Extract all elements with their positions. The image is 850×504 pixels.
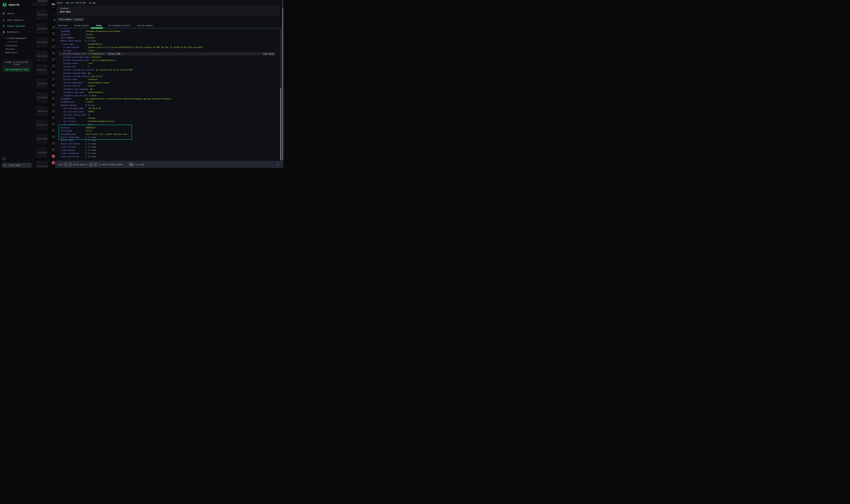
- get-started-button[interactable]: Get Started for Free: [4, 68, 30, 72]
- attribute-row[interactable]: net.sock.peer.addr"172.28.0.10": [59, 107, 280, 110]
- attribute-row[interactable]: Events.Attributes[] 0 items: [59, 142, 280, 145]
- session-events-search-input[interactable]: Sea: [52, 12, 55, 16]
- attribute-row[interactable]: Duration"28656333": [59, 126, 280, 129]
- tab-overview[interactable]: Overview: [58, 24, 67, 27]
- expand-json-button[interactable]: Expand JSON: [107, 53, 122, 55]
- attribute-row[interactable]: service.version"latest": [59, 85, 280, 88]
- attribute-row[interactable]: process.runtime.name"go": [59, 72, 280, 75]
- sidebar-item-chart-explorer[interactable]: Chart Explorer: [0, 18, 34, 22]
- attribute-row[interactable]: SpanKind"Client": [59, 33, 280, 36]
- session-event-row[interactable]: [50, 56, 55, 62]
- attribute-row[interactable]: StatusMessage"Visa cache full: cannot ad…: [59, 132, 280, 136]
- sidebar-item-kubernetes[interactable]: Kubernetes: [5, 51, 17, 54]
- attribute-row[interactable]: rpc.grpc.status_code"2": [59, 113, 280, 116]
- attribute-row[interactable]: SpanName"oteldemo.PaymentService/Charge": [59, 30, 280, 33]
- sidebar-item-dashboards[interactable]: Dashboards ⌃: [0, 30, 34, 34]
- session-event-row[interactable]: [50, 108, 55, 114]
- session-event-row[interactable]: [50, 37, 55, 43]
- attribute-row[interactable]: Events.Timestamp[] 0 items: [59, 136, 280, 139]
- session-event-row[interactable]: [50, 50, 55, 56]
- session-event-row[interactable]: [50, 75, 55, 82]
- attribute-row[interactable]: process.runtime.version"go1.22.12": [59, 75, 280, 78]
- attribute-row[interactable]: net.sock.peer.port"50051": [59, 110, 280, 113]
- attribute-row[interactable]: Links.TraceState[] 0 items: [59, 152, 280, 155]
- session-error-event-row[interactable]: [50, 153, 55, 159]
- attribute-row[interactable]: ScopeVersion"0.60.0": [59, 101, 280, 104]
- session-card[interactable]: Shaniya.Sc: [36, 78, 48, 89]
- attribute-row[interactable]: Events.Name[] 0 items: [59, 139, 280, 142]
- session-card[interactable]: Howard.Run: [36, 106, 48, 116]
- attribute-row[interactable]: ▾ResourceAttributes{} 17 keys: [59, 39, 280, 42]
- page-scrollbar[interactable]: [282, 0, 284, 168]
- session-event-row[interactable]: [50, 101, 55, 108]
- session-card[interactable]: Pearl43@ho: [36, 133, 48, 144]
- attribute-row[interactable]: process.executable.name"checkout": [59, 55, 280, 59]
- session-event-row[interactable]: [50, 127, 55, 133]
- attribute-row[interactable]: rpc.method"Charge": [59, 116, 280, 120]
- attribute-row[interactable]: Links.SpanId[] 0 items: [59, 148, 280, 152]
- session-card[interactable]: Anonymous: [36, 0, 48, 6]
- create-dashboard-button[interactable]: + Create Dashboard: [5, 37, 26, 39]
- sidebar-item-client-sessions[interactable]: Client Sessions: [0, 24, 34, 28]
- session-event-row[interactable]: [50, 88, 55, 95]
- session-card[interactable]: Deion37@gm: [36, 37, 48, 48]
- attribute-row[interactable]: ▾SpanAttributes{} 6 keys: [59, 104, 280, 107]
- session-error-event-row[interactable]: [50, 159, 55, 166]
- help-button[interactable]: ?: [2, 157, 6, 161]
- sidebar-item-search[interactable]: Search: [0, 11, 34, 16]
- session-card[interactable]: Jonathan.B: [36, 147, 48, 158]
- page-scrollbar-thumb[interactable]: [282, 8, 283, 160]
- session-card[interactable]: Anonymous: [36, 9, 48, 20]
- attribute-row[interactable]: Links.TraceId[] 0 items: [59, 145, 280, 148]
- attribute-row[interactable]: os.description"Alpine Linux 3.21.3 (Linu…: [59, 46, 280, 49]
- tab-session-replay[interactable]: Session Replay: [137, 24, 153, 27]
- tab-trace[interactable]: Trace: [96, 24, 102, 27]
- attribute-row[interactable]: StatusCode"Error": [59, 129, 280, 132]
- copy-value-button[interactable]: Copy Value: [262, 52, 275, 55]
- highlighted-filter-tab[interactable]: H: [53, 18, 55, 21]
- session-event-row[interactable]: [50, 140, 55, 146]
- attribute-row[interactable]: process.executable.path"/usr/src/app/che…: [59, 59, 280, 62]
- attribute-row[interactable]: ▸process.command_args"["./checkout"]"Exp…: [59, 52, 280, 55]
- session-card[interactable]: Ernesto33@: [36, 120, 48, 130]
- presets-toggle[interactable]: ⌄PRESETS: [5, 41, 17, 43]
- attribute-row[interactable]: rpc.service"oteldemo.PaymentService": [59, 120, 280, 123]
- session-event-row[interactable]: [50, 24, 55, 30]
- attribute-row[interactable]: service.name"checkout": [59, 78, 280, 81]
- attribute-row[interactable]: service.namespace"opentelemetry-demo": [59, 81, 280, 84]
- session-event-row[interactable]: [50, 146, 55, 153]
- trace-attributes-scroll[interactable]: TraceStateSpanName"oteldemo.PaymentServi…: [55, 29, 280, 161]
- attribute-row[interactable]: rpc.system"grpc": [59, 123, 280, 126]
- session-event-row[interactable]: [50, 43, 55, 50]
- attribute-row[interactable]: process.pid"1": [59, 65, 280, 68]
- attribute-row[interactable]: process.owner"root": [59, 62, 280, 65]
- session-card[interactable]: Roderick_S: [36, 64, 48, 75]
- local-mode-menu[interactable]: U Local mode ›: [2, 163, 32, 168]
- session-card[interactable]: Walton9@ho: [36, 51, 48, 61]
- attribute-row[interactable]: ServiceName"checkout": [59, 36, 280, 39]
- sidebar-item-clickhouse[interactable]: Clickhouse: [5, 44, 17, 47]
- modal-scrollbar-thumb[interactable]: [280, 88, 281, 161]
- session-event-row[interactable]: [50, 69, 55, 75]
- attribute-row[interactable]: ScopeName"go.opentelemetry.io/contrib/in…: [59, 97, 280, 100]
- attribute-row[interactable]: Links.Attributes[] 0 items: [59, 155, 280, 158]
- session-event-row[interactable]: [50, 62, 55, 69]
- session-event-row[interactable]: [50, 95, 55, 101]
- attribute-row[interactable]: os.type"linux": [59, 49, 280, 52]
- attribute-row[interactable]: telemetry.sdk.version"1.35.0": [59, 94, 280, 97]
- attribute-row[interactable]: host.name"0faab73597c5": [59, 42, 280, 46]
- attribute-row[interactable]: telemetry.sdk.language"go": [59, 88, 280, 91]
- attribute-row[interactable]: telemetry.sdk.name"opentelemetry": [59, 91, 280, 94]
- attribute-row[interactable]: process.runtime.description"go version g…: [59, 68, 280, 71]
- service-name-chip[interactable]: ServiceName: frontend: [57, 17, 85, 22]
- session-event-row[interactable]: [50, 82, 55, 88]
- tab-column-values[interactable]: Column Values: [74, 24, 89, 27]
- collapse-sidebar-icon[interactable]: [33, 3, 36, 6]
- session-event-row[interactable]: [50, 133, 55, 140]
- session-event-row[interactable]: [50, 121, 55, 127]
- session-card[interactable]: Anonymous: [36, 23, 48, 34]
- session-card[interactable]: Kieran92@h: [36, 92, 48, 103]
- session-event-row[interactable]: [50, 30, 55, 37]
- close-icon[interactable]: ✕: [277, 163, 278, 166]
- sidebar-item-services[interactable]: Services: [5, 48, 15, 50]
